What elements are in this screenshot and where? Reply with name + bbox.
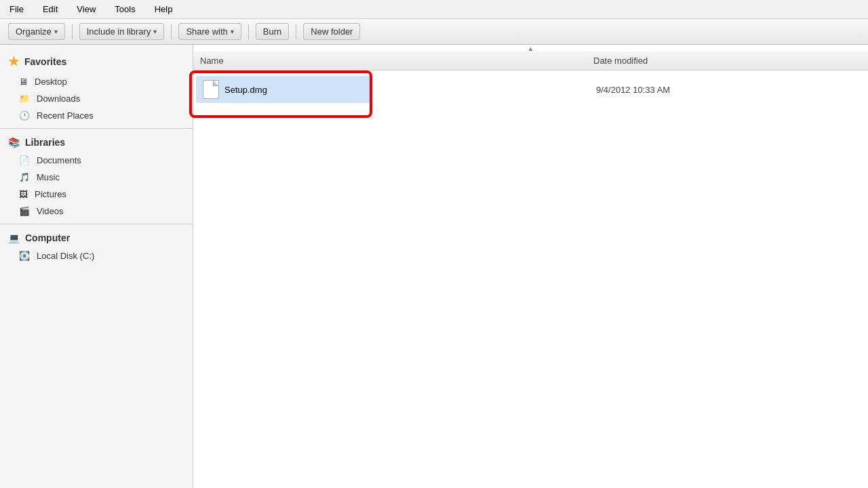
table-row[interactable]: Setup.dmg 9/4/2012 10:33 AM	[196, 76, 372, 103]
file-date: 9/4/2012 10:33 AM	[596, 85, 670, 95]
videos-label: Videos	[37, 206, 64, 216]
computer-label: Computer	[25, 232, 70, 243]
libraries-icon: 📚	[8, 137, 20, 148]
sidebar-item-videos[interactable]: 🎬 Videos	[0, 203, 193, 220]
menu-edit[interactable]: Edit	[39, 3, 62, 16]
organize-button[interactable]: Organize ▾	[8, 23, 65, 40]
sidebar-computer-header: 💻 Computer	[0, 228, 193, 247]
local-disk-label: Local Disk (C:)	[37, 251, 94, 261]
computer-icon: 💻	[8, 232, 20, 243]
include-in-library-button[interactable]: Include in library ▾	[79, 23, 165, 40]
column-headers: Name Date modified	[193, 52, 868, 70]
include-chevron-icon: ▾	[153, 28, 157, 35]
sidebar-libraries-header: 📚 Libraries	[0, 133, 193, 152]
new-folder-button[interactable]: New folder	[303, 23, 360, 40]
share-chevron-icon: ▾	[231, 28, 234, 35]
toolbar-separator-2	[171, 24, 172, 39]
col-header-name[interactable]: Name	[193, 54, 587, 67]
favorites-label: Favorites	[24, 56, 66, 67]
file-name: Setup.dmg	[224, 85, 267, 95]
menu-tools[interactable]: Tools	[111, 3, 139, 16]
downloads-label: Downloads	[37, 94, 80, 104]
libraries-label: Libraries	[25, 137, 65, 148]
pictures-icon: 🖼	[19, 189, 28, 199]
toolbar-separator-4	[296, 24, 296, 39]
sort-arrow: ▲	[193, 45, 868, 52]
sidebar-item-documents[interactable]: 📄 Documents	[0, 152, 193, 169]
share-label: Share with	[186, 26, 227, 37]
menu-bar: File Edit View Tools Help	[0, 0, 868, 19]
organize-label: Organize	[16, 26, 52, 37]
burn-label: Burn	[263, 26, 281, 37]
main-layout: ★ Favorites 🖥 Desktop 📁 Downloads 🕐 Rece…	[0, 45, 868, 488]
file-list: Setup.dmg 9/4/2012 10:33 AM	[193, 70, 868, 488]
burn-button[interactable]: Burn	[256, 23, 289, 40]
recent-places-label: Recent Places	[37, 110, 94, 121]
document-icon	[203, 80, 219, 99]
downloads-icon: 📁	[19, 94, 30, 104]
menu-view[interactable]: View	[73, 3, 100, 16]
sidebar-item-music[interactable]: 🎵 Music	[0, 169, 193, 186]
menu-file[interactable]: File	[5, 3, 28, 16]
sidebar-divider-1	[0, 128, 193, 129]
sidebar: ★ Favorites 🖥 Desktop 📁 Downloads 🕐 Rece…	[0, 45, 193, 488]
documents-icon: 📄	[19, 155, 30, 165]
share-with-button[interactable]: Share with ▾	[178, 23, 241, 40]
sidebar-item-recent-places[interactable]: 🕐 Recent Places	[0, 107, 193, 124]
documents-label: Documents	[37, 155, 81, 165]
col-header-date[interactable]: Date modified	[587, 54, 868, 67]
toolbar-separator-1	[72, 24, 73, 39]
organize-chevron-icon: ▾	[54, 28, 58, 35]
menu-help[interactable]: Help	[151, 3, 177, 16]
recent-places-icon: 🕐	[19, 110, 30, 121]
sidebar-item-local-disk[interactable]: 💽 Local Disk (C:)	[0, 247, 193, 264]
toolbar: Organize ▾ Include in library ▾ Share wi…	[0, 19, 868, 45]
new-folder-label: New folder	[311, 26, 353, 37]
local-disk-icon: 💽	[19, 251, 30, 261]
star-icon: ★	[8, 54, 19, 69]
include-label: Include in library	[87, 26, 151, 37]
sidebar-favorites-header: ★ Favorites	[0, 50, 193, 73]
toolbar-separator-3	[248, 24, 249, 39]
sidebar-item-pictures[interactable]: 🖼 Pictures	[0, 186, 193, 203]
music-icon: 🎵	[19, 172, 30, 182]
sidebar-item-downloads[interactable]: 📁 Downloads	[0, 90, 193, 107]
sidebar-item-desktop[interactable]: 🖥 Desktop	[0, 73, 193, 90]
pictures-label: Pictures	[35, 189, 66, 199]
content-pane: ▲ Name Date modified Setup.dmg 9/4/2012 …	[193, 45, 868, 488]
desktop-icon: 🖥	[19, 77, 28, 87]
music-label: Music	[37, 172, 60, 182]
file-icon	[201, 79, 220, 100]
sidebar-divider-2	[0, 224, 193, 224]
desktop-label: Desktop	[35, 77, 67, 87]
videos-icon: 🎬	[19, 206, 30, 216]
